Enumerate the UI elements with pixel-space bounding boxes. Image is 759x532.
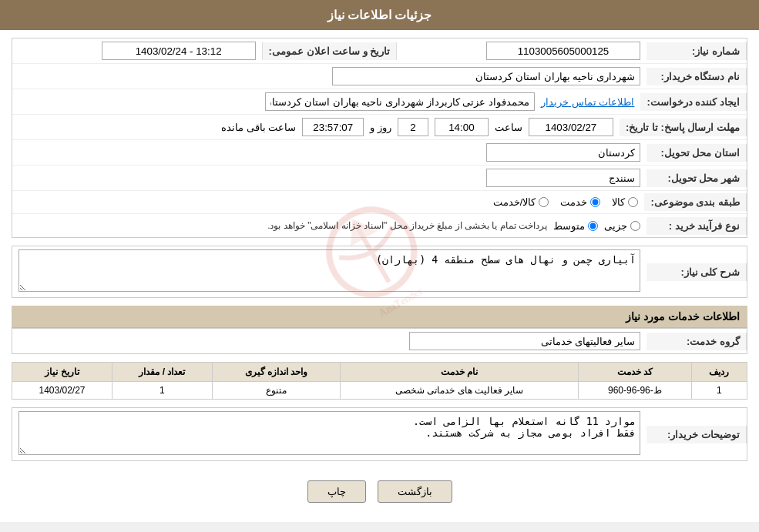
cell-unit: متنوع (212, 382, 340, 400)
page-wrapper: جزئیات اطلاعات نیاز شماره نیاز: تاریخ و … (0, 0, 759, 522)
response-time-label: ساعت (495, 122, 522, 133)
buyer-org-value (12, 64, 646, 89)
process-type-row: نوع فرآیند خرید : جزیی متوسط پرداخت تمام… (12, 214, 747, 237)
table-row: 1 ط-96-96-960 سایر فعالیت های خدماتی شخص… (12, 382, 747, 400)
col-date: تاریخ نیاز (12, 363, 113, 382)
process-jozi-label: جزیی (604, 220, 627, 232)
need-number-input[interactable] (486, 42, 640, 60)
category-radio-khedmat-input[interactable] (590, 197, 600, 207)
main-content: شماره نیاز: تاریخ و ساعت اعلان عمومی: نا… (0, 30, 759, 522)
response-days-input[interactable] (398, 118, 428, 136)
need-description-textarea[interactable]: آبیاری چمن و نهال های سطح منطقه 4 (بهارا… (18, 249, 640, 292)
buyer-org-input[interactable] (332, 67, 640, 85)
response-deadline-label: مهلت ارسال پاسخ: تا تاریخ: (620, 119, 747, 136)
delivery-city-label: شهر محل تحویل: (646, 169, 747, 187)
cell-row-num: 1 (691, 382, 747, 400)
announcement-date-value (12, 38, 262, 63)
need-description-section: شرح کلی نیاز: آبیاری چمن و نهال های سطح … (12, 246, 747, 298)
category-radio-khedmat[interactable]: خدمت (560, 196, 600, 208)
process-jozi-radio[interactable]: جزیی (604, 220, 640, 232)
need-description-label: شرح کلی نیاز: (646, 263, 747, 281)
need-description-row: شرح کلی نیاز: آبیاری چمن و نهال های سطح … (12, 246, 747, 297)
cell-date: 1403/02/27 (12, 382, 113, 400)
creator-input[interactable] (265, 92, 535, 111)
buyer-notes-row: توضیحات خریدار: موارد 11 گانه استعلام به… (12, 408, 747, 460)
delivery-city-input[interactable] (486, 169, 640, 187)
col-unit: واحد اندازه گیری (212, 363, 340, 382)
buyer-notes-section: توضیحات خریدار: موارد 11 گانه استعلام به… (12, 407, 747, 461)
category-kala-khedmat-label: کالا/خدمت (493, 196, 536, 208)
page-header: جزئیات اطلاعات نیاز (0, 0, 759, 30)
category-radio-kala[interactable]: کالا (612, 196, 638, 208)
main-form-section: شماره نیاز: تاریخ و ساعت اعلان عمومی: نا… (12, 38, 747, 238)
service-group-label: گروه خدمت: (646, 333, 747, 350)
delivery-province-label: استان محل تحویل: (646, 144, 747, 162)
process-motavasset-label: متوسط (553, 220, 585, 232)
service-group-input[interactable] (409, 332, 640, 350)
service-group-row: گروه خدمت: (12, 329, 747, 353)
buyer-notes-value: موارد 11 گانه استعلام بها الزامی است. فق… (12, 408, 646, 460)
category-radio-kala-khedmat[interactable]: کالا/خدمت (493, 196, 549, 208)
button-row: بازگشت چاپ (12, 469, 747, 514)
process-notice: پرداخت تمام یا بخشی از مبلغ خریداز محل "… (267, 220, 547, 231)
need-number-label: شماره نیاز: (646, 42, 747, 60)
response-deadline-value: ساعت روز و ساعت باقی مانده (12, 115, 620, 139)
category-khedmat-label: خدمت (560, 196, 587, 208)
cell-service-name: سایر فعالیت های خدماتی شخصی (341, 382, 579, 400)
creator-label: ایجاد کننده درخواست: (640, 93, 747, 111)
process-motavasset-input[interactable] (588, 221, 598, 231)
service-group-section: گروه خدمت: (12, 328, 747, 354)
delivery-province-value (12, 140, 646, 165)
response-remaining-input[interactable] (302, 118, 364, 136)
col-quantity: تعداد / مقدار (112, 363, 212, 382)
delivery-province-input[interactable] (486, 143, 640, 162)
delivery-city-value (12, 166, 646, 190)
service-group-value (12, 329, 646, 353)
process-jozi-input[interactable] (630, 221, 640, 231)
services-section-title: اطلاعات خدمات مورد نیاز (12, 306, 747, 328)
category-label: طبقه بندی موضوعی: (644, 193, 747, 211)
delivery-province-row: استان محل تحویل: (12, 140, 747, 166)
buyer-org-row: نام دستگاه خریدار: (12, 64, 747, 89)
services-table: ردیف کد خدمت نام خدمت واحد اندازه گیری ت… (12, 362, 747, 400)
response-date-input[interactable] (529, 118, 613, 136)
category-radio-kala-khedmat-input[interactable] (539, 197, 549, 207)
services-table-section: ردیف کد خدمت نام خدمت واحد اندازه گیری ت… (12, 362, 747, 400)
buyer-org-label: نام دستگاه خریدار: (646, 68, 747, 85)
announcement-date-label: تاریخ و ساعت اعلان عمومی: (262, 42, 398, 60)
col-service-name: نام خدمت (341, 363, 579, 382)
cell-quantity: 1 (112, 382, 212, 400)
creator-row: ایجاد کننده درخواست: اطلاعات تماس خریدار (12, 89, 747, 115)
page-title: جزئیات اطلاعات نیاز (327, 8, 432, 22)
process-type-value: جزیی متوسط پرداخت تمام یا بخشی از مبلغ خ… (12, 217, 646, 235)
category-kala-label: کالا (612, 196, 625, 208)
category-radio-kala-input[interactable] (628, 197, 638, 207)
need-description-value: آبیاری چمن و نهال های سطح منطقه 4 (بهارا… (12, 246, 646, 297)
category-value: کالا خدمت کالا/خدمت (12, 193, 644, 211)
col-row-num: ردیف (691, 363, 747, 382)
category-row: طبقه بندی موضوعی: کالا خدمت (12, 191, 747, 214)
buyer-notes-label: توضیحات خریدار: (646, 426, 747, 443)
creator-value: اطلاعات تماس خریدار (12, 89, 640, 114)
need-number-value (397, 38, 646, 63)
response-remaining-label: ساعت باقی مانده (221, 122, 296, 133)
delivery-city-row: شهر محل تحویل: (12, 166, 747, 191)
table-header-row: ردیف کد خدمت نام خدمت واحد اندازه گیری ت… (12, 363, 747, 382)
buyer-notes-textarea[interactable]: موارد 11 گانه استعلام بها الزامی است. فق… (18, 411, 640, 455)
process-motavasset-radio[interactable]: متوسط (553, 220, 598, 232)
creator-contact-link[interactable]: اطلاعات تماس خریدار (541, 96, 634, 108)
response-time-input[interactable] (435, 118, 489, 136)
back-button[interactable]: بازگشت (378, 480, 452, 503)
process-type-label: نوع فرآیند خرید : (646, 217, 747, 235)
need-number-row: شماره نیاز: تاریخ و ساعت اعلان عمومی: (12, 38, 747, 64)
announcement-date-input[interactable] (102, 42, 256, 60)
col-service-code: کد خدمت (579, 363, 691, 382)
cell-service-code: ط-96-96-960 (579, 382, 691, 400)
response-deadline-row: مهلت ارسال پاسخ: تا تاریخ: ساعت روز و سا… (12, 115, 747, 140)
response-day-label: روز و (370, 122, 391, 133)
print-button[interactable]: چاپ (307, 480, 366, 503)
